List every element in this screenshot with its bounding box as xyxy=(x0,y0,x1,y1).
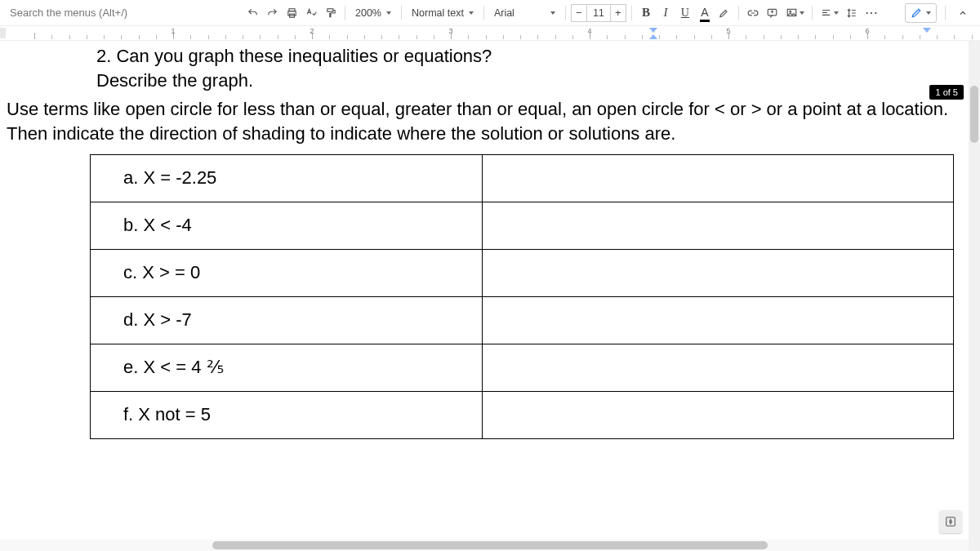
font-size-input[interactable]: 11 xyxy=(587,4,610,22)
horizontal-scrollbar[interactable] xyxy=(0,540,969,551)
more-button[interactable]: ⋯ xyxy=(862,3,881,23)
toolbar: Search the menus (Alt+/) 200% Normal tex… xyxy=(0,0,980,26)
undo-button[interactable] xyxy=(243,3,261,23)
table-row[interactable]: c. X > = 0 xyxy=(91,249,954,296)
chevron-down-icon xyxy=(386,11,391,15)
spellcheck-button[interactable] xyxy=(302,3,320,23)
bold-button[interactable]: B xyxy=(637,3,655,23)
ruler-number: 2 xyxy=(310,27,314,35)
ruler-number: 6 xyxy=(865,27,869,35)
ruler-number: 1 xyxy=(171,27,175,35)
question-subtitle[interactable]: Describe the graph. xyxy=(96,69,960,93)
page-indicator: 1 of 5 xyxy=(929,85,964,100)
table-cell-expression[interactable]: c. X > = 0 xyxy=(91,249,483,296)
separator xyxy=(483,6,484,20)
table-row[interactable]: a. X = -2.25 xyxy=(91,154,954,202)
menu-search-input[interactable]: Search the menus (Alt+/) xyxy=(5,3,242,22)
table-cell-answer[interactable] xyxy=(482,249,953,296)
line-spacing-button[interactable] xyxy=(843,3,861,23)
font-dropdown[interactable]: Arial xyxy=(489,3,560,23)
redo-button[interactable] xyxy=(263,3,281,23)
separator xyxy=(738,6,739,20)
paint-format-button[interactable] xyxy=(322,3,340,23)
italic-button[interactable]: I xyxy=(657,3,675,23)
separator xyxy=(565,6,566,20)
question-body[interactable]: Use terms like open circle for less than… xyxy=(7,97,960,145)
font-size-increase-button[interactable]: + xyxy=(610,4,626,22)
table-row[interactable]: d. X > -7 xyxy=(91,296,954,344)
insert-comment-button[interactable] xyxy=(764,3,782,23)
question-title[interactable]: 2. Can you graph these inequalities or e… xyxy=(96,44,960,69)
print-button[interactable] xyxy=(283,3,301,23)
table-cell-answer[interactable] xyxy=(482,154,953,202)
table-cell-answer[interactable] xyxy=(482,296,953,344)
hide-menus-button[interactable] xyxy=(954,3,972,23)
style-label: Normal text xyxy=(412,7,464,19)
editing-mode-button[interactable] xyxy=(905,3,937,23)
separator xyxy=(812,6,813,20)
separator xyxy=(631,6,632,20)
svg-point-6 xyxy=(790,11,791,12)
table-cell-expression[interactable]: b. X < -4 xyxy=(91,202,483,249)
font-label: Arial xyxy=(494,7,514,19)
insert-image-button[interactable] xyxy=(783,3,807,23)
paragraph-style-dropdown[interactable]: Normal text xyxy=(407,3,479,23)
ruler-number: 4 xyxy=(587,27,591,35)
ruler-number: 3 xyxy=(448,27,452,35)
inequality-table[interactable]: a. X = -2.25b. X < -4c. X > = 0d. X > -7… xyxy=(90,154,954,439)
font-size-decrease-button[interactable]: − xyxy=(571,4,587,22)
table-cell-answer[interactable] xyxy=(482,344,953,391)
table-cell-answer[interactable] xyxy=(482,202,953,249)
separator xyxy=(345,6,345,20)
explore-button[interactable] xyxy=(939,510,962,533)
document-area[interactable]: 2. Can you graph these inequalities or e… xyxy=(0,41,967,551)
chevron-down-icon xyxy=(800,11,804,15)
insert-link-button[interactable] xyxy=(744,3,762,23)
zoom-value: 200% xyxy=(355,7,381,19)
table-cell-answer[interactable] xyxy=(482,391,953,438)
scroll-thumb[interactable] xyxy=(212,541,768,549)
table-row[interactable]: f. X not = 5 xyxy=(91,391,954,438)
left-indent-marker[interactable] xyxy=(649,34,657,39)
separator xyxy=(945,6,946,20)
text-color-button[interactable]: A xyxy=(696,3,714,23)
chevron-down-icon xyxy=(834,11,839,15)
table-cell-expression[interactable]: e. X < = 4 ⅖ xyxy=(91,344,483,391)
table-cell-expression[interactable]: f. X not = 5 xyxy=(91,391,483,438)
table-cell-expression[interactable]: d. X > -7 xyxy=(91,296,483,344)
svg-rect-3 xyxy=(327,8,332,11)
align-button[interactable] xyxy=(817,3,841,23)
highlight-button[interactable] xyxy=(715,3,733,23)
table-row[interactable]: e. X < = 4 ⅖ xyxy=(91,344,954,391)
chevron-down-icon xyxy=(926,11,931,15)
first-line-indent-marker[interactable] xyxy=(649,28,657,33)
table-row[interactable]: b. X < -4 xyxy=(91,202,954,249)
chevron-down-icon xyxy=(469,11,474,15)
right-indent-marker[interactable] xyxy=(923,28,931,33)
zoom-dropdown[interactable]: 200% xyxy=(350,3,396,23)
scroll-thumb[interactable] xyxy=(970,86,978,143)
table-cell-expression[interactable]: a. X = -2.25 xyxy=(91,154,483,202)
underline-button[interactable]: U xyxy=(676,3,694,23)
ruler-number: 5 xyxy=(726,27,730,35)
ruler[interactable]: 123456 xyxy=(0,26,980,41)
separator xyxy=(401,6,402,20)
chevron-down-icon xyxy=(550,11,555,15)
vertical-scrollbar[interactable] xyxy=(969,41,980,551)
font-size-group: − 11 + xyxy=(571,4,626,22)
